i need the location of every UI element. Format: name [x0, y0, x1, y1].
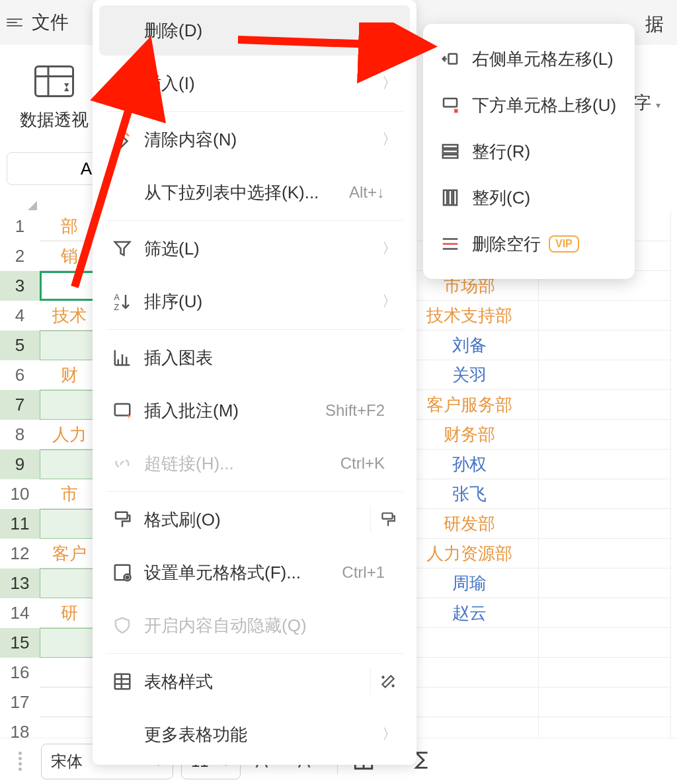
cell[interactable] — [400, 628, 539, 658]
submenu-shift-left[interactable]: 右侧单元格左移(L) — [423, 36, 635, 82]
select-all-corner[interactable] — [0, 198, 40, 212]
menu-insert-chart[interactable]: 插入图表 — [99, 333, 410, 383]
cell[interactable] — [539, 479, 671, 509]
cell[interactable] — [40, 687, 99, 717]
cell[interactable] — [539, 568, 671, 598]
cell[interactable] — [539, 360, 671, 390]
row-header[interactable]: 2 — [0, 241, 40, 271]
file-menu[interactable]: 文件 — [32, 10, 69, 35]
cell[interactable] — [539, 509, 671, 539]
cell[interactable]: 财务部 — [400, 420, 539, 450]
cell[interactable]: 人力 — [40, 420, 99, 450]
row-header[interactable]: 15 — [0, 628, 40, 658]
svg-rect-0 — [36, 67, 73, 97]
cell[interactable] — [539, 450, 671, 479]
cell-format-icon — [112, 563, 132, 582]
menu-insert[interactable]: 插入(I) 〉 — [99, 58, 410, 108]
context-menu: 删除(D) 〉 插入(I) 〉 清除内容(N) 〉 从下拉列表中选择(K)...… — [93, 0, 417, 765]
row-header[interactable]: 14 — [0, 598, 40, 628]
submenu-whole-col[interactable]: 整列(C) — [423, 175, 635, 221]
cell[interactable]: 人力资源部 — [400, 539, 539, 568]
menu-more-table[interactable]: 更多表格功能 〉 — [99, 709, 410, 760]
chevron-right-icon: 〉 — [382, 239, 397, 258]
row-header[interactable]: 8 — [0, 420, 40, 450]
cell[interactable] — [539, 331, 671, 360]
svg-text:Z: Z — [114, 303, 120, 312]
row-header[interactable]: 16 — [0, 658, 40, 687]
cell[interactable] — [539, 628, 671, 658]
name-box[interactable]: A — [7, 152, 99, 185]
cell[interactable] — [539, 301, 671, 331]
cell[interactable]: 销 — [40, 241, 99, 271]
chevron-right-icon: 〉 — [382, 130, 397, 149]
menu-insert-comment[interactable]: + 插入批注(M) Shift+F2 — [99, 385, 410, 436]
row-header[interactable]: 9 — [0, 450, 40, 479]
cell[interactable]: 客户服务部 — [400, 390, 539, 420]
cell[interactable]: 张飞 — [400, 479, 539, 509]
row-header[interactable]: 11 — [0, 509, 40, 539]
hamburger-menu-icon[interactable] — [7, 17, 26, 28]
cell[interactable]: 关羽 — [400, 360, 539, 390]
menu-cell-format[interactable]: 设置单元格格式(F)... Ctrl+1 — [99, 547, 410, 598]
row-header[interactable]: 1 — [0, 212, 40, 241]
row-header[interactable]: 4 — [0, 301, 40, 331]
cell[interactable]: 刘备 — [400, 331, 539, 360]
cell[interactable] — [539, 598, 671, 628]
svg-rect-36 — [444, 190, 447, 206]
cell[interactable] — [40, 628, 99, 658]
cell[interactable] — [539, 420, 671, 450]
cell[interactable]: 研发部 — [400, 509, 539, 539]
cell[interactable] — [400, 658, 539, 687]
row-header[interactable]: 13 — [0, 568, 40, 598]
menu-format-painter[interactable]: 格式刷(O) — [99, 494, 410, 545]
cell[interactable]: 赵云 — [400, 598, 539, 628]
pivot-table-button[interactable]: 数据透视 — [20, 65, 89, 132]
cell[interactable] — [539, 658, 671, 687]
submenu-shift-up[interactable]: 下方单元格上移(U) — [423, 82, 635, 128]
row-header[interactable]: 6 — [0, 360, 40, 390]
menu-table-style[interactable]: 表格样式 — [99, 656, 410, 707]
cell[interactable] — [400, 687, 539, 717]
cell[interactable] — [539, 390, 671, 420]
cell[interactable]: 技术 — [40, 301, 99, 331]
menu-dropdown-select[interactable]: 从下拉列表中选择(K)... Alt+↓ — [99, 167, 410, 217]
cell[interactable] — [40, 390, 99, 420]
cell[interactable] — [40, 509, 99, 539]
drag-handle-icon[interactable] — [7, 752, 33, 771]
cell[interactable] — [539, 687, 671, 717]
menu-sort[interactable]: AZ 排序(U) 〉 — [99, 276, 410, 327]
row-header[interactable]: 12 — [0, 539, 40, 568]
cell[interactable]: 市 — [40, 479, 99, 509]
cell[interactable]: 周瑜 — [400, 568, 539, 598]
cell[interactable]: 研 — [40, 598, 99, 628]
cell[interactable] — [539, 539, 671, 568]
svg-rect-30 — [444, 98, 457, 107]
cell[interactable]: 客户 — [40, 539, 99, 568]
submenu-delete-blank-rows[interactable]: 删除空行 VIP — [423, 221, 635, 267]
cell[interactable]: 部 — [40, 212, 99, 241]
menu-filter[interactable]: 筛选(L) 〉 — [99, 223, 410, 274]
cell[interactable] — [40, 271, 99, 301]
submenu-whole-row[interactable]: 整行(R) — [423, 128, 635, 175]
cell[interactable]: 财 — [40, 360, 99, 390]
cell[interactable]: 技术支持部 — [400, 301, 539, 331]
cell[interactable] — [40, 568, 99, 598]
data-tab-cropped[interactable]: 据 — [645, 12, 664, 37]
cell[interactable] — [40, 331, 99, 360]
column-e — [539, 212, 671, 777]
chevron-right-icon: 〉 — [382, 73, 397, 93]
row-header[interactable]: 7 — [0, 390, 40, 420]
menu-delete[interactable]: 删除(D) 〉 — [99, 5, 410, 56]
magic-wand-icon[interactable] — [370, 668, 397, 695]
row-header[interactable]: 3 — [0, 271, 40, 301]
menu-clear-content[interactable]: 清除内容(N) 〉 — [99, 114, 410, 165]
cell[interactable]: 孙权 — [400, 450, 539, 479]
row-header[interactable]: 10 — [0, 479, 40, 509]
cell[interactable] — [40, 450, 99, 479]
row-header[interactable]: 17 — [0, 687, 40, 717]
format-painter-split-icon[interactable] — [370, 506, 397, 533]
cell[interactable] — [40, 658, 99, 687]
row-header[interactable]: 5 — [0, 331, 40, 360]
chevron-right-icon: 〉 — [382, 20, 397, 40]
svg-point-28 — [392, 685, 393, 686]
